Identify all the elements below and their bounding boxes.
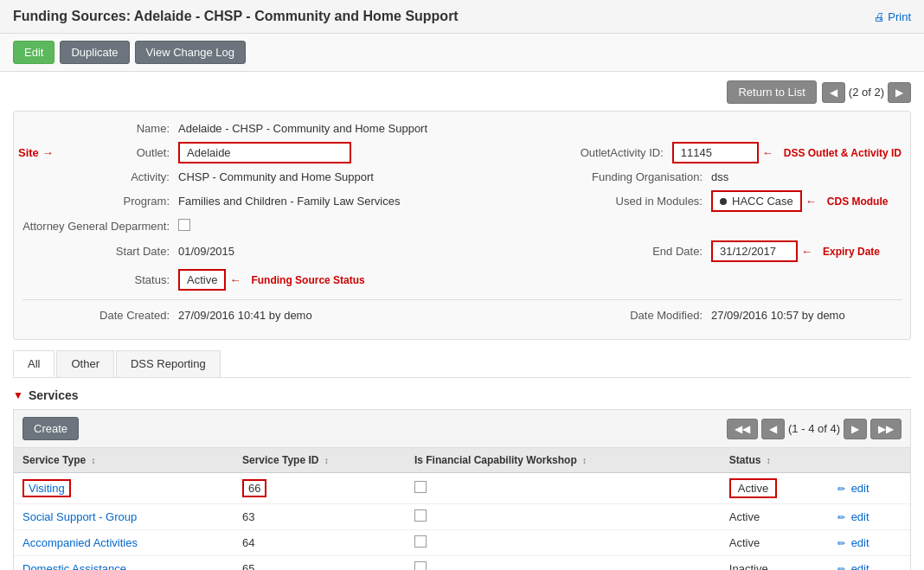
status-annotation: Funding Source Status xyxy=(251,274,364,286)
prev-page-button[interactable]: ◀ xyxy=(822,82,845,103)
service-type-link[interactable]: Domestic Assistance xyxy=(22,562,126,570)
name-row: Name: Adelaide - CHSP - Community and Ho… xyxy=(22,122,902,135)
services-title: Services xyxy=(29,388,79,402)
financial-checkbox[interactable] xyxy=(414,481,427,493)
collapse-icon[interactable]: ▼ xyxy=(13,389,23,401)
financial-checkbox[interactable] xyxy=(414,509,427,522)
funding-org-section: Funding Organisation: dss xyxy=(573,170,902,183)
sort-icon-service-type-id: ↕ xyxy=(324,456,329,465)
sort-icon-service-type: ↕ xyxy=(92,456,96,465)
edit-link[interactable]: ✏ edit xyxy=(837,510,869,523)
tab-other[interactable]: Other xyxy=(56,350,114,377)
edit-button[interactable]: Edit xyxy=(13,41,55,64)
table-row: Visiting66Active✏ edit xyxy=(14,473,910,504)
services-prev-button[interactable]: ◀ xyxy=(761,419,785,439)
attorney-checkbox[interactable] xyxy=(178,219,190,231)
services-page-info: (1 - 4 of 4) xyxy=(788,422,840,435)
service-id-value: 66 xyxy=(242,479,266,497)
services-pagination: ◀◀ ◀ (1 - 4 of 4) ▶ ▶▶ xyxy=(727,419,902,439)
end-date-label: End Date: xyxy=(573,245,711,258)
edit-link[interactable]: ✏ edit xyxy=(837,562,869,570)
return-to-list-button[interactable]: Return to List xyxy=(727,80,816,104)
col-service-type[interactable]: Service Type ↕ xyxy=(14,448,234,473)
financial-cell xyxy=(406,504,721,530)
col-status[interactable]: Status ↕ xyxy=(721,448,829,473)
col-financial[interactable]: Is Financial Capability Workshop ↕ xyxy=(406,448,721,473)
service-type-id-cell: 63 xyxy=(234,504,406,530)
modules-value: HACC Case xyxy=(711,190,802,212)
date-modified-section: Date Modified: 27/09/2016 10:57 by demo xyxy=(573,309,902,322)
financial-checkbox[interactable] xyxy=(414,561,427,570)
start-date-row: Start Date: 01/09/2015 End Date: 31/12/2… xyxy=(22,240,902,262)
outlet-row: Site → Outlet: Adelaide OutletActivity I… xyxy=(22,142,902,163)
outlet-activity-value: 11145 xyxy=(672,142,759,163)
edit-cell: ✏ edit xyxy=(829,473,910,504)
tab-dss-reporting[interactable]: DSS Reporting xyxy=(116,350,221,377)
outlet-activity-section: OutletActivity ID: 11145 ← DSS Outlet & … xyxy=(534,142,902,163)
end-date-value: 31/12/2017 xyxy=(711,240,798,262)
create-button[interactable]: Create xyxy=(22,417,79,440)
pagination: ◀ (2 of 2) ▶ xyxy=(822,82,911,103)
expiry-annotation: Expiry Date xyxy=(823,246,880,258)
tab-all[interactable]: All xyxy=(13,350,55,377)
outlet-value: Adelaide xyxy=(178,142,351,163)
financial-checkbox[interactable] xyxy=(414,535,427,548)
site-arrow: → xyxy=(42,146,54,159)
status-value: Active xyxy=(178,269,226,291)
activity-label: Activity: xyxy=(22,170,178,183)
status-cell: Active xyxy=(721,504,829,530)
edit-link[interactable]: ✏ edit xyxy=(837,482,869,495)
service-type-link[interactable]: Visiting xyxy=(22,479,71,497)
services-section-header: ▼ Services xyxy=(13,388,911,402)
col-actions xyxy=(829,448,910,473)
next-page-button[interactable]: ▶ xyxy=(888,82,911,103)
print-link[interactable]: 🖨 Print xyxy=(874,10,911,23)
service-type-id-cell: 65 xyxy=(234,556,406,571)
service-type-cell: Domestic Assistance xyxy=(14,556,234,571)
page-info: (2 of 2) xyxy=(849,86,884,99)
dss-annotation: DSS Outlet & Activity ID xyxy=(784,147,902,159)
start-date-row-left: 01/09/2015 xyxy=(178,245,573,258)
services-prev-first-button[interactable]: ◀◀ xyxy=(727,419,758,439)
services-next-last-button[interactable]: ▶▶ xyxy=(870,419,902,439)
edit-link[interactable]: ✏ edit xyxy=(837,536,869,549)
edit-cell: ✏ edit xyxy=(829,504,910,530)
table-row: Domestic Assistance65Inactive✏ edit xyxy=(14,556,910,571)
date-created-label: Date Created: xyxy=(22,309,178,322)
outlet-row-left: Adelaide xyxy=(178,142,534,163)
date-modified-value: 27/09/2016 10:57 by demo xyxy=(711,309,845,322)
services-table: Service Type ↕ Service Type ID ↕ Is Fina… xyxy=(14,448,910,570)
date-created-row-left: 27/09/2016 10:41 by demo xyxy=(178,309,573,322)
cds-annotation: CDS Module xyxy=(827,195,889,208)
col-service-type-id[interactable]: Service Type ID ↕ xyxy=(234,448,406,473)
start-date-value: 01/09/2015 xyxy=(178,245,234,258)
toolbar: Edit Duplicate View Change Log xyxy=(0,34,924,72)
sort-icon-financial: ↕ xyxy=(582,456,587,465)
date-created-value: 27/09/2016 10:41 by demo xyxy=(178,309,312,322)
financial-cell xyxy=(406,556,721,571)
table-row: Accompanied Activities64Active✏ edit xyxy=(14,530,910,556)
modules-section: Used in Modules: HACC Case ← CDS Module xyxy=(573,190,902,212)
service-type-cell: Visiting xyxy=(14,473,234,504)
detail-panel: Name: Adelaide - CHSP - Community and Ho… xyxy=(13,111,911,340)
table-row: Social Support - Group63Active✏ edit xyxy=(14,504,910,530)
name-label: Name: xyxy=(22,122,178,135)
end-date-section: End Date: 31/12/2017 ← Expiry Date xyxy=(573,240,902,262)
program-row: Program: Families and Children - Family … xyxy=(22,190,902,212)
services-toolbar: Create ◀◀ ◀ (1 - 4 of 4) ▶ ▶▶ xyxy=(14,410,910,448)
cds-arrow: ← xyxy=(805,195,817,208)
service-type-link[interactable]: Social Support - Group xyxy=(22,510,137,523)
service-type-link[interactable]: Accompanied Activities xyxy=(22,536,138,549)
program-value: Families and Children - Family Law Servi… xyxy=(178,195,400,208)
modules-text: HACC Case xyxy=(732,195,793,208)
sort-icon-status: ↕ xyxy=(767,456,771,465)
view-change-log-button[interactable]: View Change Log xyxy=(135,41,246,64)
duplicate-button[interactable]: Duplicate xyxy=(60,41,129,64)
date-created-row: Date Created: 27/09/2016 10:41 by demo D… xyxy=(22,309,902,322)
page-title: Funding Sources: Adelaide - CHSP - Commu… xyxy=(13,9,459,24)
program-row-left: Families and Children - Family Law Servi… xyxy=(178,195,573,208)
service-type-id-cell: 64 xyxy=(234,530,406,556)
services-next-button[interactable]: ▶ xyxy=(844,419,867,439)
status-label: Status: xyxy=(22,273,178,286)
start-date-label: Start Date: xyxy=(22,245,178,258)
